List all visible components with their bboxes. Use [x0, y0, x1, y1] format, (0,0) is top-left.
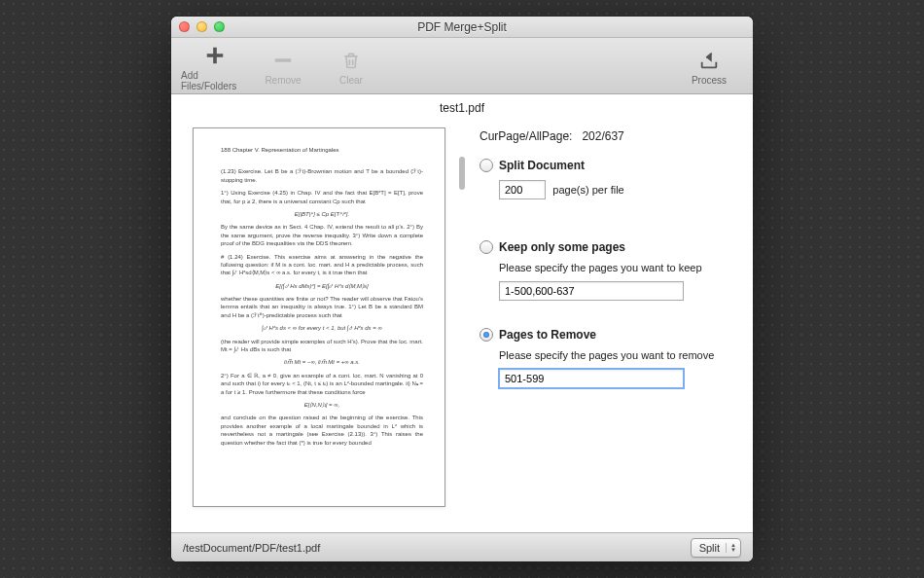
- keep-description: Please specify the pages you want to kee…: [499, 262, 735, 273]
- radio-icon: [480, 328, 493, 342]
- remove-pages-input[interactable]: [499, 369, 684, 388]
- options-panel: CurPage/AllPage: 202/637 Split Document …: [458, 118, 753, 532]
- minus-icon: [272, 46, 294, 75]
- pdf-page-thumbnail: 188 Chapter V. Representation of Marting…: [193, 127, 445, 507]
- split-suffix: page(s) per file: [552, 184, 623, 196]
- trash-icon: [341, 46, 361, 75]
- updown-icon: ▲▼: [726, 543, 736, 553]
- remove-radio-row[interactable]: Pages to Remove: [480, 328, 735, 342]
- action-popup[interactable]: Split ▲▼: [691, 538, 741, 558]
- radio-icon: [480, 240, 493, 254]
- page-counter: CurPage/AllPage: 202/637: [480, 129, 735, 143]
- keep-option-group: Keep only some pages Please specify the …: [480, 240, 735, 301]
- process-button[interactable]: Process: [675, 46, 743, 86]
- split-radio-row[interactable]: Split Document: [480, 159, 735, 172]
- keep-option-label: Keep only some pages: [499, 240, 625, 254]
- page-counter-label: CurPage/AllPage:: [480, 129, 572, 143]
- pdf-preview[interactable]: 188 Chapter V. Representation of Marting…: [171, 118, 458, 532]
- page-counter-value: 202/637: [582, 129, 623, 143]
- titlebar: PDF Merge+Split: [171, 17, 753, 38]
- add-files-button[interactable]: Add Files/Folders: [181, 41, 249, 91]
- plus-icon: [204, 41, 226, 70]
- remove-option-group: Pages to Remove Please specify the pages…: [480, 328, 735, 388]
- clear-button[interactable]: Clear: [317, 46, 385, 86]
- preview-scrollbar[interactable]: [459, 157, 465, 190]
- remove-option-label: Pages to Remove: [499, 328, 596, 342]
- toolbar: Add Files/Folders Remove Clear: [171, 38, 753, 94]
- action-popup-value: Split: [699, 542, 720, 554]
- split-pages-input[interactable]: [499, 180, 546, 199]
- add-files-label: Add Files/Folders: [181, 70, 249, 91]
- app-window: PDF Merge+Split Add Files/Folders Remove…: [171, 17, 753, 561]
- remove-label: Remove: [265, 75, 301, 86]
- clear-label: Clear: [339, 75, 363, 86]
- remove-button[interactable]: Remove: [249, 46, 317, 86]
- main-split: 188 Chapter V. Representation of Marting…: [171, 118, 753, 532]
- status-bar: /testDocument/PDF/test1.pdf Split ▲▼: [171, 532, 753, 561]
- radio-icon: [480, 159, 493, 172]
- file-path: /testDocument/PDF/test1.pdf: [183, 542, 320, 554]
- process-label: Process: [692, 75, 727, 86]
- window-title: PDF Merge+Split: [171, 20, 753, 34]
- content-area: test1.pdf 188 Chapter V. Representation …: [171, 94, 753, 532]
- split-option-label: Split Document: [499, 159, 585, 172]
- keep-pages-input[interactable]: [499, 281, 684, 301]
- export-icon: [697, 46, 721, 75]
- file-name: test1.pdf: [171, 94, 753, 118]
- keep-radio-row[interactable]: Keep only some pages: [480, 240, 735, 254]
- remove-description: Please specify the pages you want to rem…: [499, 349, 735, 361]
- split-option-group: Split Document page(s) per file: [480, 159, 735, 199]
